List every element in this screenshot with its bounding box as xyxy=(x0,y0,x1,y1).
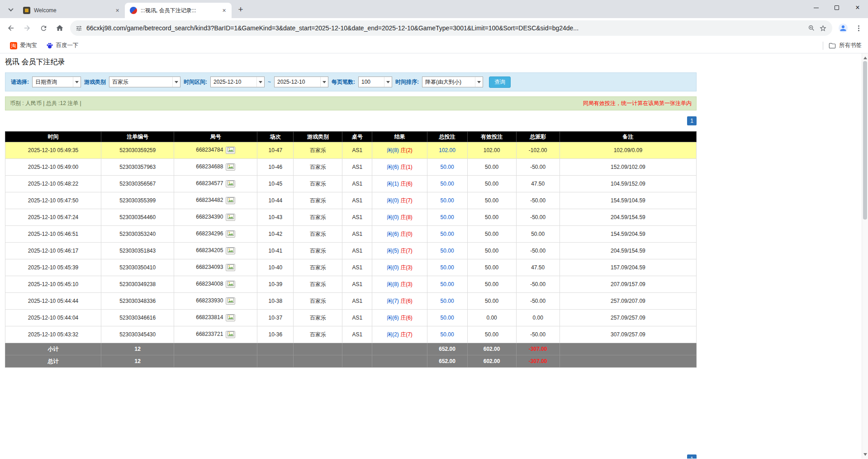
cell-session: 10-41 xyxy=(257,243,294,259)
cell-remark: 152.09/102.09 xyxy=(560,159,696,176)
cell-game-type: 百家乐 xyxy=(294,159,342,176)
round-image-icon[interactable] xyxy=(226,281,235,288)
chevron-down-icon[interactable] xyxy=(475,77,483,87)
summary-cell: 12 xyxy=(101,343,174,355)
query-button[interactable]: 查询 xyxy=(489,76,511,88)
round-image-icon[interactable] xyxy=(226,297,235,305)
cell-total-bet[interactable]: 50.00 xyxy=(427,209,467,226)
result-banker: 庄(8) xyxy=(400,214,413,220)
cell-bet-id: 523030359259 xyxy=(101,142,174,159)
table-row: 2025-12-10 05:49:35523030359259668234784… xyxy=(5,142,697,159)
url-text[interactable]: 66cxkj98.com/game/betrecord_search/kind3… xyxy=(86,24,804,32)
home-button[interactable] xyxy=(52,20,68,36)
all-bookmarks-button[interactable]: 所有书签 xyxy=(829,42,862,49)
cell-payout: -50.00 xyxy=(516,243,560,259)
cell-total-bet[interactable]: 50.00 xyxy=(427,310,467,326)
round-image-icon[interactable] xyxy=(226,314,235,321)
scrollbar-thumb[interactable] xyxy=(863,61,867,220)
date-end-select[interactable]: 2025-12-10 xyxy=(274,76,328,87)
cell-total-bet[interactable]: 50.00 xyxy=(427,192,467,209)
summary-cell xyxy=(294,355,342,368)
date-start-select[interactable]: 2025-12-10 xyxy=(210,76,265,87)
tab-search-button[interactable] xyxy=(5,3,17,16)
cell-total-bet[interactable]: 102.00 xyxy=(427,142,467,159)
profile-icon[interactable] xyxy=(836,21,850,35)
sort-select[interactable]: 降幂(由大到小) xyxy=(422,76,483,87)
game-category-select[interactable]: 百家乐 xyxy=(109,76,180,87)
cell-table-no: AS1 xyxy=(342,310,372,326)
page-size-select[interactable]: 100 xyxy=(358,76,392,87)
round-image-icon[interactable] xyxy=(226,147,235,154)
close-icon[interactable]: × xyxy=(114,7,121,14)
cell-bet-id: 523030348336 xyxy=(101,293,174,310)
scrollbar[interactable] xyxy=(862,53,868,459)
cell-total-bet[interactable]: 50.00 xyxy=(427,259,467,276)
chevron-down-icon[interactable] xyxy=(73,77,81,87)
round-image-icon[interactable] xyxy=(226,197,235,204)
page-number[interactable]: 1 xyxy=(687,116,697,125)
result-player: 闲(0) xyxy=(387,214,399,220)
cell-total-bet[interactable]: 50.00 xyxy=(427,326,467,343)
menu-icon[interactable] xyxy=(852,21,865,35)
back-button[interactable] xyxy=(3,20,19,36)
page-number-bottom[interactable]: 1 xyxy=(687,454,697,459)
cell-result: 闲(6) 庄(0) xyxy=(372,226,427,243)
cell-total-bet[interactable]: 50.00 xyxy=(427,293,467,310)
round-image-icon[interactable] xyxy=(226,163,235,171)
cell-total-bet[interactable]: 50.00 xyxy=(427,276,467,293)
new-tab-button[interactable]: + xyxy=(234,3,247,16)
cell-game-type: 百家乐 xyxy=(294,293,342,310)
round-image-icon[interactable] xyxy=(226,230,235,238)
cell-time: 2025-12-10 05:44:44 xyxy=(5,293,101,310)
cell-time: 2025-12-10 05:48:22 xyxy=(5,176,101,192)
cell-table-no: AS1 xyxy=(342,176,372,192)
tab-welcome[interactable]: Welcome × xyxy=(18,3,125,18)
round-image-icon[interactable] xyxy=(226,180,235,187)
cell-total-bet[interactable]: 50.00 xyxy=(427,243,467,259)
cell-session: 10-43 xyxy=(257,209,294,226)
zoom-icon[interactable] xyxy=(808,24,815,32)
cell-total-bet[interactable]: 50.00 xyxy=(427,176,467,192)
url-bar[interactable]: 66cxkj98.com/game/betrecord_search/kind3… xyxy=(70,20,832,36)
query-type-select[interactable]: 日期查询 xyxy=(32,76,81,87)
chevron-down-icon[interactable] xyxy=(256,77,264,87)
chevron-down-icon[interactable] xyxy=(384,77,392,87)
tab-favicon xyxy=(23,7,30,14)
scroll-down-arrow[interactable] xyxy=(862,451,868,458)
pagination-row: 1 xyxy=(5,116,697,125)
bookmark-star-icon[interactable] xyxy=(819,24,827,32)
round-image-icon[interactable] xyxy=(226,214,235,221)
close-icon[interactable]: × xyxy=(220,7,228,14)
scroll-up-arrow[interactable] xyxy=(862,54,868,61)
maximize-button[interactable] xyxy=(826,0,847,15)
bookmark-aitaobao[interactable]: 淘 爱淘宝 xyxy=(6,40,41,51)
cell-result: 闲(0) 庄(7) xyxy=(372,192,427,209)
chevron-down-icon[interactable] xyxy=(320,77,328,87)
round-image-icon[interactable] xyxy=(226,247,235,254)
cell-result: 闲(8) 庄(2) xyxy=(372,142,427,159)
close-button[interactable]: × xyxy=(847,0,868,15)
forward-button[interactable] xyxy=(19,20,35,36)
minimize-button[interactable] xyxy=(806,0,826,15)
reload-button[interactable] xyxy=(35,20,52,36)
select-label: 请选择: xyxy=(11,78,29,86)
cell-payout: -50.00 xyxy=(516,326,560,343)
home-icon xyxy=(56,24,64,32)
chevron-down-icon[interactable] xyxy=(172,77,180,87)
cell-total-bet[interactable]: 50.00 xyxy=(427,226,467,243)
cell-result: 闲(6) 庄(1) xyxy=(372,159,427,176)
round-image-icon[interactable] xyxy=(226,264,235,271)
cell-payout: 47.50 xyxy=(516,176,560,192)
cell-time: 2025-12-10 05:46:51 xyxy=(5,226,101,243)
round-image-icon[interactable] xyxy=(226,331,235,338)
cell-total-bet[interactable]: 50.00 xyxy=(427,159,467,176)
summary-cell xyxy=(372,343,427,355)
tab-favicon xyxy=(130,7,137,14)
result-player: 闲(0) xyxy=(387,264,399,271)
bookmark-label: 百度一下 xyxy=(56,42,79,49)
result-banker: 庄(1) xyxy=(400,164,413,170)
tab-betrecord[interactable]: :::视讯, 会员下注记录::: × xyxy=(125,3,232,18)
cell-table-no: AS1 xyxy=(342,326,372,343)
site-info-icon[interactable] xyxy=(76,25,82,32)
bookmark-baidu[interactable]: 百度一下 xyxy=(43,40,82,51)
